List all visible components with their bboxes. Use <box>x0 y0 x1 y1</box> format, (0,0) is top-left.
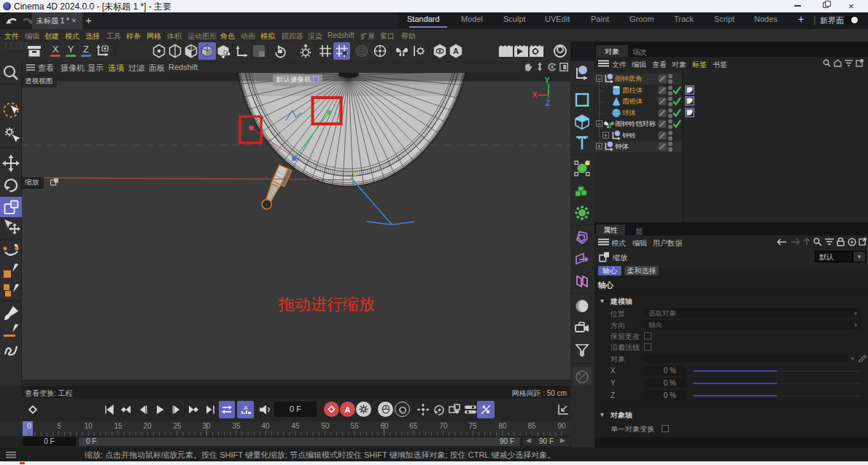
svg-text:Z: Z <box>546 99 550 107</box>
svg-text:A: A <box>453 47 459 55</box>
svg-text:A: A <box>244 405 248 411</box>
svg-text:X: X <box>532 91 538 99</box>
svg-text:Y: Y <box>545 77 550 85</box>
